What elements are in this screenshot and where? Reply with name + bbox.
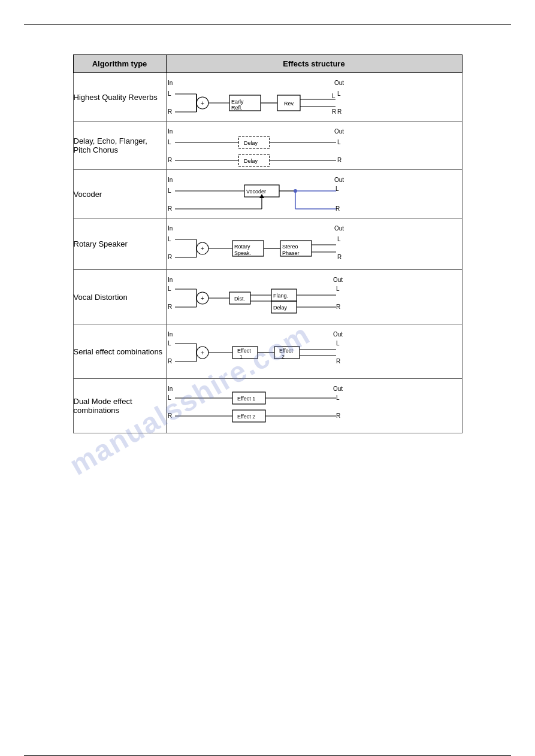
svg-text:Rev.: Rev. (284, 101, 295, 107)
algo-label-dual: Dual Mode effect combinations (73, 379, 166, 433)
svg-text:R: R (168, 254, 172, 260)
struct-delay: In L R Out L R Delay (166, 122, 462, 170)
svg-text:R: R (168, 157, 172, 163)
svg-text:R: R (335, 205, 340, 212)
svg-text:R: R (168, 412, 172, 419)
svg-text:Flang.: Flang. (273, 293, 288, 299)
svg-text:Out: Out (334, 225, 344, 232)
svg-text:Out: Out (334, 80, 344, 86)
svg-text:Vocoder: Vocoder (246, 189, 266, 195)
svg-text:R: R (168, 358, 172, 365)
svg-text:Delay: Delay (244, 140, 258, 146)
svg-text:+: + (201, 245, 204, 252)
svg-text:L: L (168, 394, 171, 401)
svg-text:Effect: Effect (279, 348, 293, 354)
table-row: Vocoder In L R Out L R (73, 170, 462, 218)
svg-text:R: R (337, 157, 341, 163)
svg-text:Effect 1: Effect 1 (237, 396, 255, 402)
svg-marker-51 (259, 194, 264, 198)
svg-text:Out: Out (334, 128, 344, 135)
svg-text:Early: Early (231, 99, 244, 105)
svg-text:In: In (168, 331, 173, 338)
svg-text:R: R (168, 205, 172, 212)
table-row: Vocal Distortion In L R Out L R (73, 270, 462, 324)
svg-text:L: L (168, 187, 171, 194)
algo-label-vocoder: Vocoder (73, 170, 166, 218)
svg-text:In: In (168, 277, 173, 283)
table-row: Serial effect combinations In L R Out L … (73, 324, 462, 379)
svg-text:Effect: Effect (237, 348, 251, 354)
struct-rotary: In L R Out L R + (166, 218, 462, 270)
page: Algorithm type Effects structure Highest… (0, 24, 535, 756)
struct-vocal-dist: In L R Out L R + (166, 270, 462, 324)
svg-text:+: + (201, 295, 204, 302)
col1-header: Algorithm type (73, 55, 166, 73)
svg-text:Delay: Delay (273, 305, 288, 311)
svg-text:Phaser: Phaser (282, 250, 300, 256)
algo-label-serial: Serial effect combinations (73, 324, 166, 379)
svg-text:Out: Out (333, 385, 343, 392)
svg-text:In: In (168, 385, 173, 392)
table-row: Dual Mode effect combinations In L R Out… (73, 379, 462, 433)
table-row: Delay, Echo, Flanger, Pitch Chorus In L … (73, 122, 462, 170)
svg-text:2: 2 (282, 354, 285, 360)
table-row: Rotary Speaker In L R Out L R (73, 218, 462, 270)
svg-text:Refl.: Refl. (231, 105, 243, 111)
svg-text:In: In (168, 80, 173, 86)
svg-text:L: L (337, 90, 341, 97)
svg-text:Rotary: Rotary (234, 244, 250, 250)
algo-label-rotary: Rotary Speaker (73, 218, 166, 270)
effects-table: Algorithm type Effects structure Highest… (73, 54, 463, 433)
svg-text:L: L (336, 394, 340, 401)
algo-label-vocal-dist: Vocal Distortion (73, 270, 166, 324)
svg-text:L: L (168, 236, 171, 242)
svg-text:R: R (336, 303, 340, 310)
svg-text:In: In (168, 128, 173, 135)
svg-text:Delay: Delay (244, 158, 258, 164)
svg-text:L: L (168, 139, 171, 145)
svg-text:R: R (168, 108, 172, 115)
svg-text:R: R (337, 108, 341, 115)
svg-text:Out: Out (333, 277, 343, 283)
svg-text:Dist.: Dist. (234, 296, 245, 302)
svg-text:In: In (168, 177, 173, 183)
top-rule (24, 24, 511, 25)
svg-text:R: R (336, 412, 340, 419)
svg-text:R: R (168, 303, 172, 310)
svg-text:In: In (168, 225, 173, 232)
algo-label-reverb: Highest Quality Reverbs (73, 73, 166, 122)
svg-text:L: L (168, 340, 171, 347)
svg-text:Out: Out (333, 331, 343, 338)
svg-text:L: L (168, 90, 171, 97)
svg-text:+: + (201, 350, 204, 356)
struct-reverb: In L R Out L R (166, 73, 462, 122)
struct-vocoder: In L R Out L R Vocoder (166, 170, 462, 218)
table-row: Highest Quality Reverbs In L R Out L R (73, 73, 462, 122)
svg-text:Speak.: Speak. (234, 250, 251, 256)
struct-serial: In L R Out L R + (166, 324, 462, 379)
svg-text:R: R (332, 108, 336, 115)
svg-text:L: L (332, 93, 335, 99)
svg-text:1: 1 (240, 354, 243, 360)
svg-text:L: L (336, 286, 340, 292)
svg-text:Stereo: Stereo (282, 244, 298, 250)
algo-label-delay: Delay, Echo, Flanger, Pitch Chorus (73, 122, 166, 170)
svg-text:Effect 2: Effect 2 (237, 414, 255, 420)
struct-dual: In L R Out L R Effect 1 (166, 379, 462, 433)
svg-text:+: + (201, 100, 204, 107)
svg-text:L: L (337, 139, 341, 145)
svg-text:R: R (336, 358, 340, 365)
svg-text:L: L (168, 286, 171, 292)
svg-text:L: L (336, 340, 340, 347)
svg-text:L: L (337, 236, 341, 242)
svg-text:R: R (337, 254, 341, 260)
svg-text:Out: Out (334, 177, 344, 183)
col2-header: Effects structure (166, 55, 462, 73)
content-area: Algorithm type Effects structure Highest… (73, 54, 463, 433)
